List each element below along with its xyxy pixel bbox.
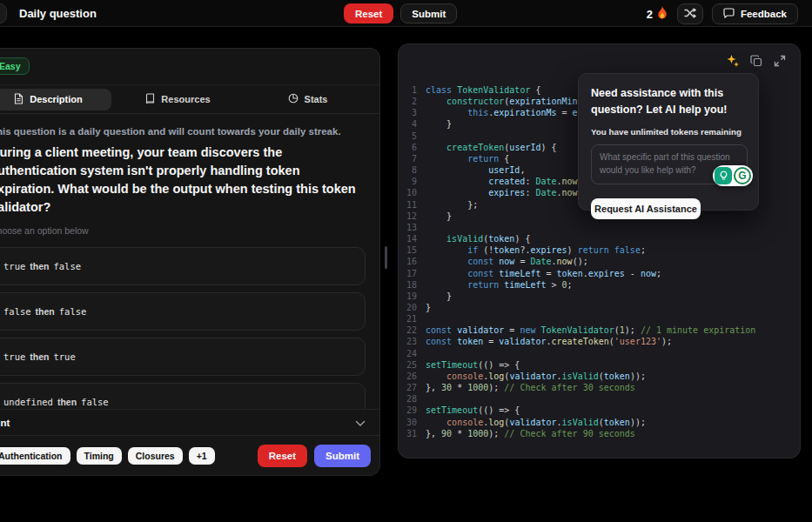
panel-reset-button[interactable]: Reset bbox=[258, 445, 307, 467]
option-code: false bbox=[53, 261, 81, 271]
option-code: true bbox=[3, 261, 25, 271]
line-number: 14 bbox=[399, 233, 417, 244]
book-icon bbox=[145, 93, 155, 106]
scrollbar-thumb[interactable] bbox=[385, 246, 387, 269]
choose-option-label: Choose an option below bbox=[0, 225, 366, 236]
grammarly-widget: G bbox=[713, 165, 753, 186]
grammarly-g-icon[interactable]: G bbox=[734, 167, 751, 184]
tab-resources[interactable]: Resources bbox=[115, 89, 241, 110]
option-code: true bbox=[53, 351, 75, 362]
shuffle-icon bbox=[684, 6, 696, 22]
code-line: 26 console.log(validator.isValid(token))… bbox=[399, 371, 800, 382]
option-code: false bbox=[59, 306, 87, 317]
feedback-label: Feedback bbox=[741, 9, 787, 19]
copy-code-icon[interactable] bbox=[748, 53, 764, 69]
line-number: 3 bbox=[399, 107, 417, 118]
question-footer: Authentication Timing Closures +1 Reset … bbox=[0, 435, 379, 475]
question-content: This question is a daily question and wi… bbox=[0, 114, 379, 409]
lightbulb-icon[interactable] bbox=[715, 167, 732, 184]
line-number: 17 bbox=[399, 268, 417, 279]
option-conj: then bbox=[57, 397, 77, 407]
line-number: 20 bbox=[399, 302, 417, 313]
question-text: During a client meeting, your team disco… bbox=[0, 144, 366, 217]
tab-bar: Description Resources Stats bbox=[0, 84, 379, 114]
line-number: 18 bbox=[399, 279, 417, 291]
line-number: 12 bbox=[399, 211, 417, 222]
shuffle-button[interactable] bbox=[677, 3, 703, 24]
code-line: 15 if (!token?.expires) return false; bbox=[399, 244, 800, 256]
tag-more[interactable]: +1 bbox=[189, 447, 215, 465]
reset-button[interactable]: Reset bbox=[344, 3, 393, 23]
hint-toggle[interactable]: Hint bbox=[0, 409, 379, 435]
streak-count: 2 bbox=[647, 8, 653, 21]
option-conj: then bbox=[36, 306, 55, 317]
line-number: 24 bbox=[399, 348, 417, 359]
code-line: 28 bbox=[399, 393, 800, 405]
line-number: 9 bbox=[399, 176, 417, 187]
ai-sparkles-icon[interactable] bbox=[725, 53, 741, 69]
question-panel: Easy Description Resources Stats This qu… bbox=[0, 48, 380, 476]
code-line: 25setTimeout(() => { bbox=[399, 359, 800, 371]
code-line: 14 isValid(token) { bbox=[399, 233, 800, 244]
document-icon bbox=[14, 93, 23, 106]
line-number: 6 bbox=[399, 142, 417, 153]
line-number: 4 bbox=[399, 118, 417, 130]
line-number: 22 bbox=[399, 325, 417, 336]
option-undefined-then-false[interactable]: undefined then false bbox=[0, 383, 366, 409]
ai-assist-popup: Need assistance with this question? Let … bbox=[578, 73, 759, 211]
tag-closures[interactable]: Closures bbox=[128, 447, 183, 465]
submit-button[interactable]: Submit bbox=[400, 3, 457, 23]
line-number: 2 bbox=[399, 96, 417, 107]
line-number: 23 bbox=[399, 336, 417, 347]
line-number: 1 bbox=[399, 84, 417, 96]
option-true-then-false[interactable]: true then false bbox=[0, 247, 366, 285]
code-line: 30 console.log(validator.isValid(token))… bbox=[399, 417, 800, 428]
code-line: 17 const timeLeft = token.expires - now; bbox=[399, 268, 800, 279]
footer-actions: Reset Submit bbox=[258, 445, 371, 467]
code-line: 19 } bbox=[399, 291, 800, 302]
tab-label: Stats bbox=[305, 94, 328, 104]
option-code: false bbox=[81, 397, 109, 407]
code-line: 16 const now = Date.now(); bbox=[399, 256, 800, 267]
top-bar: Daily question Reset Submit 2 Feedback bbox=[0, 0, 812, 27]
chat-icon bbox=[723, 8, 735, 20]
topbar-right: 2 Feedback bbox=[647, 3, 798, 24]
tag-authentication[interactable]: Authentication bbox=[0, 447, 70, 465]
panel-submit-button[interactable]: Submit bbox=[314, 445, 371, 467]
code-line: 21 bbox=[399, 313, 800, 325]
tab-label: Resources bbox=[161, 94, 210, 104]
code-line: 31}, 90 * 1000); // Check after 90 secon… bbox=[399, 428, 800, 439]
line-number: 25 bbox=[399, 359, 417, 371]
line-number: 15 bbox=[399, 244, 417, 256]
expand-icon[interactable] bbox=[772, 53, 788, 69]
topbar-actions: Reset Submit bbox=[344, 3, 457, 23]
code-line: 22const validator = new TokenValidator(1… bbox=[399, 325, 800, 336]
request-ai-assistance-button[interactable]: Request AI Assistance bbox=[591, 198, 701, 219]
line-number: 28 bbox=[399, 393, 417, 405]
line-number: 7 bbox=[399, 153, 417, 164]
line-number: 19 bbox=[399, 291, 417, 302]
line-number: 5 bbox=[399, 130, 417, 142]
tab-stats[interactable]: Stats bbox=[245, 89, 371, 110]
tab-label: Description bbox=[30, 94, 83, 104]
line-number: 27 bbox=[399, 382, 417, 393]
code-line: 23const token = validator.createToken('u… bbox=[399, 336, 800, 347]
option-false-then-false[interactable]: false then false bbox=[0, 292, 366, 331]
line-number: 31 bbox=[399, 428, 417, 439]
tag-timing[interactable]: Timing bbox=[77, 447, 122, 465]
line-number: 30 bbox=[399, 417, 417, 428]
option-conj: then bbox=[30, 261, 49, 271]
feedback-button[interactable]: Feedback bbox=[712, 3, 798, 24]
tab-description[interactable]: Description bbox=[0, 89, 111, 110]
back-button[interactable] bbox=[0, 3, 7, 23]
flame-icon bbox=[656, 6, 668, 23]
line-number: 26 bbox=[399, 371, 417, 382]
ai-tokens-note: You have unlimited tokens remaining bbox=[591, 127, 746, 137]
line-number: 16 bbox=[399, 256, 417, 267]
ai-input-wrap: G bbox=[591, 144, 746, 188]
option-code: undefined bbox=[3, 397, 53, 407]
option-true-then-true[interactable]: true then true bbox=[0, 338, 366, 376]
line-number: 10 bbox=[399, 187, 417, 198]
code-line: 18 return timeLeft > 0; bbox=[399, 279, 800, 291]
line-number: 13 bbox=[399, 222, 417, 233]
